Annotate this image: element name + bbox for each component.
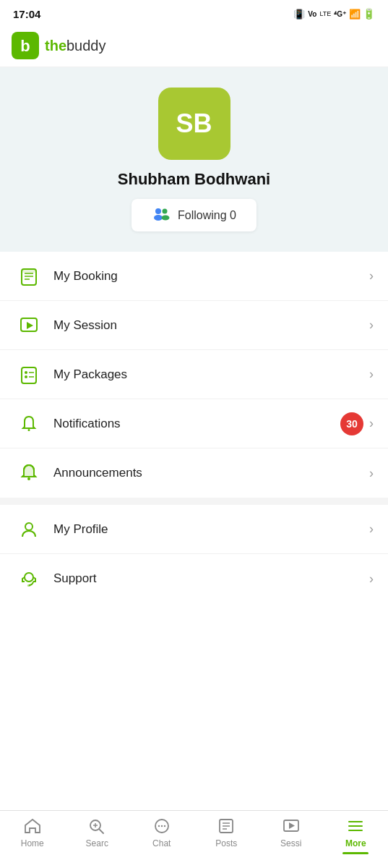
svg-marker-12 (27, 322, 33, 329)
menu-item-packages[interactable]: My Packages › (0, 350, 388, 399)
svg-point-5 (162, 216, 170, 221)
packages-label: My Packages (53, 367, 369, 382)
support-label: Support (53, 571, 369, 586)
menu-item-support[interactable]: Support › (0, 554, 388, 603)
notifications-icon (14, 409, 43, 438)
network-text: Vo (308, 10, 316, 18)
menu-section-2: My Profile › Support › (0, 505, 388, 603)
more-icon (347, 818, 364, 837)
svg-point-30 (161, 825, 163, 827)
nav-item-session[interactable]: Sessi (259, 817, 324, 848)
nav-item-more[interactable]: More (324, 817, 389, 848)
session-chevron: › (369, 318, 374, 333)
svg-point-16 (25, 375, 27, 378)
nav-item-home[interactable]: Home (0, 817, 65, 848)
svg-point-29 (158, 825, 160, 827)
support-chevron: › (369, 571, 374, 587)
svg-point-14 (25, 371, 27, 374)
status-time: 17:04 (13, 8, 40, 20)
profile-label: My Profile (53, 522, 369, 537)
posts-icon (217, 818, 235, 837)
status-icons: 📳 Vo LTE ⁴G⁺ 📶 🔋 (293, 8, 375, 20)
packages-icon (14, 360, 43, 389)
following-text: Following 0 (178, 209, 236, 222)
svg-text:b: b (20, 37, 30, 55)
packages-chevron: › (369, 367, 374, 382)
bottom-spacer (0, 603, 388, 690)
booking-chevron: › (369, 268, 374, 284)
notifications-chevron: › (369, 416, 374, 431)
nav-chat-label: Chat (152, 838, 171, 848)
session-nav-icon (283, 818, 300, 837)
nav-home-label: Home (21, 838, 44, 848)
announcements-chevron: › (369, 466, 374, 481)
svg-point-3 (154, 215, 163, 221)
avatar: SB (158, 88, 230, 160)
svg-rect-23 (27, 584, 30, 587)
booking-icon (14, 262, 43, 291)
nav-posts-label: Posts (215, 838, 237, 848)
menu-item-session[interactable]: My Session › (0, 301, 388, 350)
menu-item-booking[interactable]: My Booking › (0, 252, 388, 301)
menu-section-1: My Booking › My Session › My Packages › (0, 252, 388, 498)
logo-icon: b (12, 32, 39, 59)
section-divider (0, 498, 388, 505)
menu-item-announcements[interactable]: Announcements › (0, 448, 388, 498)
notification-badge: 30 (340, 412, 363, 435)
nav-search-label: Searc (86, 838, 108, 848)
4g-text: ⁴G⁺ (334, 10, 346, 18)
svg-rect-13 (22, 367, 36, 383)
battery-icon: 🔋 (363, 8, 375, 20)
vibrate-icon: 📳 (293, 9, 305, 20)
search-icon (88, 818, 105, 837)
svg-point-21 (25, 523, 33, 530)
chat-icon (153, 818, 171, 837)
announcements-label: Announcements (53, 466, 369, 480)
svg-point-20 (27, 477, 30, 480)
profile-section: SB Shubham Bodhwani Following 0 (0, 67, 388, 252)
signal-bars: 📶 (349, 9, 360, 20)
booking-label: My Booking (53, 269, 369, 284)
svg-point-4 (163, 209, 168, 214)
profile-name: Shubham Bodhwani (118, 170, 270, 189)
svg-point-31 (164, 825, 165, 827)
support-icon (14, 564, 43, 593)
svg-point-2 (155, 208, 161, 214)
status-bar: 17:04 📳 Vo LTE ⁴G⁺ 📶 🔋 (0, 0, 388, 26)
svg-line-25 (100, 830, 104, 834)
session-label: My Session (53, 318, 369, 333)
profile-icon (14, 515, 43, 544)
nav-item-search[interactable]: Searc (65, 817, 130, 848)
nav-more-label: More (345, 838, 366, 848)
notifications-label: Notifications (53, 417, 340, 431)
logo-text: thebuddy (45, 38, 106, 54)
menu-item-notifications[interactable]: Notifications 30 › (0, 399, 388, 448)
svg-point-22 (25, 573, 33, 582)
announcements-icon (14, 459, 43, 488)
following-button[interactable]: Following 0 (132, 199, 256, 231)
profile-chevron: › (369, 522, 374, 537)
nav-item-posts[interactable]: Posts (194, 817, 259, 848)
svg-rect-10 (22, 269, 36, 273)
svg-marker-37 (289, 822, 295, 829)
menu-item-profile[interactable]: My Profile › (0, 505, 388, 554)
bottom-nav: Home Searc Chat (0, 810, 388, 868)
nav-session-label: Sessi (280, 838, 301, 848)
app-header: b thebuddy (0, 26, 388, 67)
lte-text: LTE (319, 10, 331, 17)
session-icon (14, 311, 43, 340)
home-icon (24, 818, 41, 837)
svg-point-19 (28, 429, 30, 431)
nav-item-chat[interactable]: Chat (129, 817, 194, 848)
following-icon (152, 206, 171, 224)
logo: b thebuddy (12, 32, 106, 59)
